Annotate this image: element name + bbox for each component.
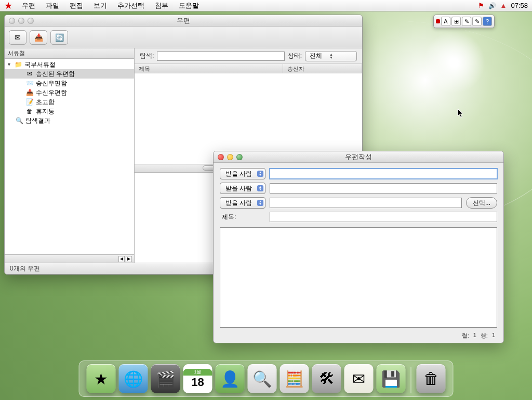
mail-sidebar: 서류철 ▼ 📁 국부서류철 ✉ 송신된 우편함 📨 송신우편함 📥 수신우 [5,48,135,263]
mail-titlebar[interactable]: 우편 [5,15,362,27]
sidebar-header: 서류철 [5,48,134,59]
calendar-day: 18 [191,376,204,389]
col-value: 1 [473,332,476,340]
system-tray: ⚑ ▲ 07:58 [478,2,528,9]
status-combo[interactable]: 전체 ▲▼ [305,51,357,61]
tree-root[interactable]: ▼ 📁 국부서류철 [5,60,134,69]
disclosure-icon[interactable]: ▼ [7,62,12,67]
recipient-type-label: 받을 사람 [225,199,252,208]
zoom-button[interactable] [28,18,34,24]
wallpaper-flare [423,31,485,94]
compose-window-title: 우편작성 [214,152,503,162]
col-sender[interactable]: 송신자 [283,64,362,73]
ime-btn-help[interactable]: ? [483,17,492,26]
system-star-icon[interactable]: ★ [4,0,12,11]
tree-item-trash[interactable]: 🗑 휴지통 [5,107,134,116]
recipient-type-combo[interactable]: 받을 사람 ▲▼ [220,183,265,194]
dock-calendar[interactable]: 1월 18 [183,364,212,393]
dock-mail[interactable]: ✉ [344,364,374,393]
stepper-icon[interactable]: ▲▼ [257,185,263,191]
zoom-button[interactable] [236,154,243,160]
ime-btn-keyboard[interactable]: ⊞ [451,17,461,26]
ime-palette[interactable]: A ⊞ ✎ ✎ ? [433,15,495,28]
dock-search[interactable]: 🔍 [248,364,277,393]
notification-icon[interactable]: ▲ [500,2,507,9]
dock-disk[interactable]: 💾 [377,364,406,393]
stepper-icon[interactable]: ▲▼ [257,200,263,206]
tree-item-outbox[interactable]: 📨 송신우편함 [5,79,134,88]
recipient-type-combo[interactable]: 받을 사람 ▲▼ [220,197,265,209]
tree-item-label: 송신된 우편함 [36,70,75,79]
search-input[interactable] [157,51,284,61]
stepper-icon[interactable]: ▲▼ [329,53,333,59]
recipient-row-2: 받을 사람 ▲▼ [220,183,497,194]
ime-btn-latin[interactable]: A [441,17,450,26]
dock-trash[interactable]: 🗑 [417,364,446,393]
message-list-header: 제목 송신자 [135,64,362,73]
mailbox-icon: 📝 [25,98,34,106]
dock-calculator[interactable]: 🧮 [280,364,309,393]
subject-input[interactable] [270,212,497,222]
dock-launcher[interactable]: ★ [87,364,116,393]
clock[interactable]: 07:58 [511,2,528,9]
close-button[interactable] [9,18,15,24]
recipient-input-2[interactable] [270,183,497,193]
subject-label: 제목: [220,213,265,222]
trash-icon: 🗑 [25,108,34,115]
sidebar-hscroll[interactable]: ◀ ▶ [5,254,134,263]
recipient-input-3[interactable] [270,198,462,208]
menu-view[interactable]: 보기 [88,1,112,10]
tree-item-sent[interactable]: ✉ 송신된 우편함 [5,69,134,79]
sendreceive-button[interactable]: 🔄 [50,30,68,45]
volume-icon[interactable] [488,2,496,9]
scroll-right-icon[interactable]: ▶ [126,256,132,262]
tools-icon: 🛠 [319,370,335,388]
subject-row: 제목: [220,212,497,222]
compose-button[interactable]: ✉︎ [9,30,26,45]
tree-item-search-results[interactable]: 🔍 탐색결과 [5,116,134,125]
flag-icon[interactable]: ⚑ [478,2,484,9]
recipient-input-1[interactable] [270,169,497,179]
compose-body-editor[interactable] [220,227,497,328]
minimize-button[interactable] [227,154,233,160]
search-icon: 🔍 [15,117,23,124]
status-combo-value: 전체 [310,51,322,60]
dock: ★ 🌐 🎬 1월 18 👤 🔍 🧮 🛠 ✉ 💾 🗑 [79,360,454,397]
globe-icon: 🌐 [124,370,143,388]
mailbox-icon: 📥 [25,89,34,96]
tree-item-label: 초고함 [36,98,55,107]
row-label: 행: [481,332,488,340]
menu-edit[interactable]: 편집 [64,1,88,10]
mailbox-icon: ✉ [25,70,34,78]
menu-file[interactable]: 파일 [41,1,64,10]
ime-btn-edit[interactable]: ✎ [472,17,482,26]
menu-extra[interactable]: 추가선택 [112,1,150,10]
minimize-button[interactable] [18,18,24,24]
mail-window-title: 우편 [5,16,362,25]
receive-button[interactable]: 📥 [30,30,47,45]
recipient-row-3: 받을 사람 ▲▼ 선택... [220,197,497,209]
dock-contacts[interactable]: 👤 [216,364,245,393]
tree-item-drafts[interactable]: 📝 초고함 [5,97,134,107]
star-icon: ★ [94,370,108,388]
tree-item-inbox[interactable]: 📥 수신우편함 [5,88,134,97]
ime-btn-handwrite[interactable]: ✎ [462,17,471,26]
dock-movie[interactable]: 🎬 [151,364,180,393]
mouse-cursor-icon [457,108,464,119]
disk-icon: 💾 [381,370,401,388]
menu-help[interactable]: 도움말 [174,1,204,10]
dock-settings[interactable]: 🛠 [312,364,341,393]
stepper-icon[interactable]: ▲▼ [257,171,263,177]
recipient-type-combo[interactable]: 받을 사람 ▲▼ [220,168,265,179]
menu-mail[interactable]: 우편 [17,1,41,10]
scroll-left-icon[interactable]: ◀ [118,256,125,262]
menu-attach[interactable]: 첨부 [150,1,174,10]
recipient-row-1: 받을 사람 ▲▼ [220,168,497,179]
dock-browser[interactable]: 🌐 [119,364,148,393]
col-subject[interactable]: 제목 [135,64,283,73]
folder-tree[interactable]: ▼ 📁 국부서류철 ✉ 송신된 우편함 📨 송신우편함 📥 수신우편함 [5,59,134,254]
compose-titlebar[interactable]: 우편작성 [214,151,503,163]
choose-recipient-button[interactable]: 선택... [466,197,497,209]
mail-toolbar: ✉︎ 📥 🔄 [5,27,362,48]
close-button[interactable] [218,154,224,160]
